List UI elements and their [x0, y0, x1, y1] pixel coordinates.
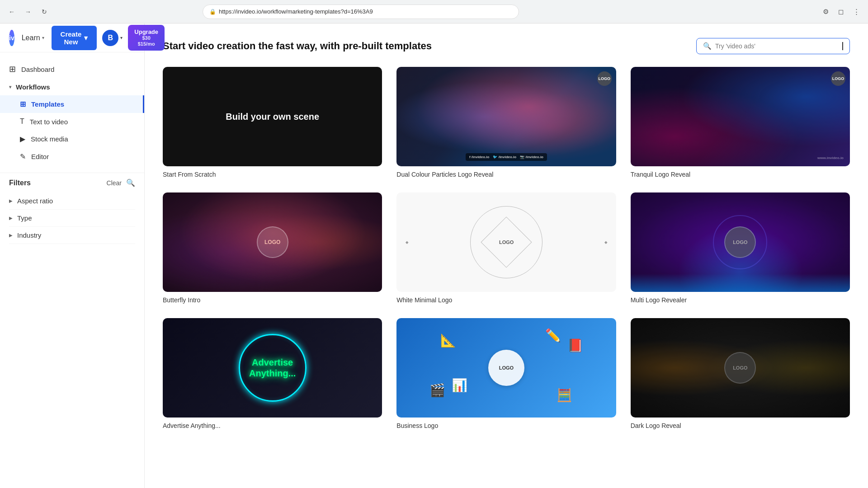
template-thumb-tranquil: LOGO www.invideo.io [631, 67, 850, 166]
search-box: 🔍 [696, 38, 850, 54]
menu-button[interactable]: ⋮ [850, 5, 863, 18]
template-thumb-white-minimal: LOGO ◆ ◆ [396, 192, 616, 292]
top-nav-right: Create New ▾ B ▾ Upgrade $30 $15/mo [52, 25, 165, 51]
filters-header: Filters Clear 🔍 [9, 178, 135, 187]
template-name-multi-logo: Multi Logo Revealer [631, 296, 850, 304]
filters-title: Filters [9, 179, 31, 187]
browser-chrome: ← → ↻ 🔒 https://invideo.io/workflow/mark… [0, 0, 868, 23]
template-card-scratch[interactable]: Build your own scene Start From Scratch [163, 67, 382, 178]
social-bar: f /invideo.io 🐦 /invideo.io 📷 /invideo.i… [466, 153, 547, 161]
editor-icon: ✎ [20, 152, 26, 161]
avatar-chevron-icon: ▾ [120, 35, 123, 40]
template-card-dark-logo[interactable]: LOGO Dark Logo Reveal [631, 318, 850, 429]
butterfly-logo: LOGO [257, 226, 288, 258]
search-icon: 🔍 [703, 42, 712, 50]
app: iv Learn ▾ Create New ▾ B ▾ Upgrade [0, 23, 868, 488]
template-name-dual-particles: Dual Colour Particles Logo Reveal [396, 171, 616, 178]
template-thumb-butterfly: LOGO [163, 192, 382, 292]
sidebar-item-text-to-video[interactable]: T Text to video [0, 113, 144, 130]
text-to-video-icon: T [20, 117, 24, 126]
template-thumb-multi-logo: LOGO [631, 192, 850, 292]
refresh-button[interactable]: ↻ [38, 5, 51, 18]
filters-section: Filters Clear 🔍 ▶ Aspect ratio ▶ Type ▶ … [0, 173, 144, 249]
extensions-button[interactable]: ⚙ [819, 5, 832, 18]
sidebar-workflows-header[interactable]: ▾ Workflows [0, 79, 144, 95]
filter-search-button[interactable]: 🔍 [126, 178, 135, 187]
template-thumb-advertise: AdvertiseAnything... [163, 318, 382, 418]
multi-logo-center: LOGO [724, 226, 756, 258]
app-logo: iv [9, 30, 14, 46]
sidebar-item-templates[interactable]: ⊞ Templates [0, 95, 144, 113]
templates-grid: Build your own scene Start From Scratch … [163, 67, 850, 429]
templates-icon: ⊞ [20, 100, 26, 108]
template-card-dual-particles[interactable]: LOGO f /invideo.io 🐦 /invideo.io 📷 /invi… [396, 67, 616, 178]
template-card-multi-logo[interactable]: LOGO Multi Logo Revealer [631, 192, 850, 304]
search-input[interactable] [715, 42, 839, 50]
text-cursor [842, 42, 843, 50]
browser-actions: ⚙ ◻ ⋮ [819, 5, 863, 18]
learn-button[interactable]: Learn ▾ [22, 34, 44, 42]
template-name-butterfly: Butterfly Intro [163, 296, 382, 304]
workflows-chevron-icon: ▾ [9, 84, 11, 89]
sidebar-item-dashboard[interactable]: ⊞ Dashboard [0, 60, 144, 79]
aspect-ratio-chevron-icon: ▶ [9, 198, 13, 203]
upgrade-button[interactable]: Upgrade $30 $15/mo [128, 25, 165, 51]
template-thumb-dual-particles: LOGO f /invideo.io 🐦 /invideo.io 📷 /invi… [396, 67, 616, 166]
template-card-white-minimal[interactable]: LOGO ◆ ◆ White Minimal Logo [396, 192, 616, 304]
type-chevron-icon: ▶ [9, 216, 13, 221]
lock-icon: 🔒 [209, 9, 216, 15]
page-header: Start video creation the fast way, with … [163, 38, 850, 54]
forward-button[interactable]: → [22, 5, 34, 18]
logo-badge-dual: LOGO [597, 71, 612, 86]
sidebar-nav: ⊞ Dashboard ▾ Workflows ⊞ Templates T Te… [0, 52, 144, 173]
dashboard-icon: ⊞ [9, 64, 16, 74]
template-card-business[interactable]: 📐 ✏️ 📕 🎬 📊 🧮 LOGO Business Logo [396, 318, 616, 429]
sidebar: iv Learn ▾ Create New ▾ B ▾ Upgrade [0, 23, 145, 488]
address-bar[interactable]: 🔒 https://invideo.io/workflow/marketing-… [203, 5, 519, 19]
clear-filters-button[interactable]: Clear [107, 179, 122, 187]
template-name-dark-logo: Dark Logo Reveal [631, 422, 850, 429]
template-name-tranquil: Tranquil Logo Reveal [631, 171, 850, 178]
avatar-button[interactable]: B [102, 30, 118, 46]
filter-type[interactable]: ▶ Type [9, 210, 135, 227]
create-new-button[interactable]: Create New ▾ [52, 26, 97, 50]
profile-button[interactable]: ◻ [835, 5, 847, 18]
template-name-scratch: Start From Scratch [163, 171, 382, 178]
learn-chevron-icon: ▾ [42, 35, 44, 40]
sidebar-item-editor[interactable]: ✎ Editor [0, 148, 144, 165]
stock-media-icon: ▶ [20, 135, 25, 143]
main-content: Start video creation the fast way, with … [145, 23, 868, 488]
dark-logo-center: LOGO [724, 352, 756, 384]
filters-controls: Clear 🔍 [107, 178, 135, 187]
logo-badge-tranquil: LOGO [831, 71, 845, 86]
template-card-tranquil[interactable]: LOGO www.invideo.io Tranquil Logo Reveal [631, 67, 850, 178]
template-name-white-minimal: White Minimal Logo [396, 296, 616, 304]
url-text: https://invideo.io/workflow/marketing-te… [219, 8, 373, 15]
template-thumb-dark-logo: LOGO [631, 318, 850, 418]
template-card-butterfly[interactable]: LOGO Butterfly Intro [163, 192, 382, 304]
template-name-business: Business Logo [396, 422, 616, 429]
avatar-dropdown: B ▾ [102, 30, 123, 46]
page-title: Start video creation the fast way, with … [163, 40, 432, 52]
filter-aspect-ratio[interactable]: ▶ Aspect ratio [9, 192, 135, 210]
back-button[interactable]: ← [5, 5, 18, 18]
top-nav: iv Learn ▾ Create New ▾ B ▾ Upgrade [0, 23, 144, 52]
sidebar-item-stock-media[interactable]: ▶ Stock media [0, 130, 144, 148]
create-new-chevron-icon: ▾ [84, 34, 88, 42]
filter-industry[interactable]: ▶ Industry [9, 227, 135, 244]
biz-logo-center: LOGO [488, 350, 524, 386]
industry-chevron-icon: ▶ [9, 233, 13, 238]
template-thumb-scratch: Build your own scene [163, 67, 382, 166]
template-card-advertise[interactable]: AdvertiseAnything... Advertise Anything.… [163, 318, 382, 429]
template-thumb-business: 📐 ✏️ 📕 🎬 📊 🧮 LOGO [396, 318, 616, 418]
template-name-advertise: Advertise Anything... [163, 422, 382, 429]
